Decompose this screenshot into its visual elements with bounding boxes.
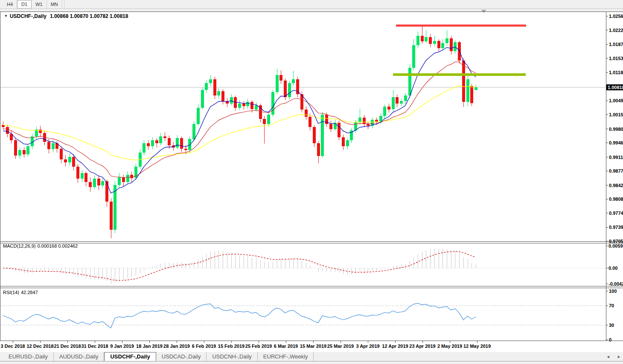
svg-text:23 Apr 2019: 23 Apr 2019	[409, 344, 435, 349]
chart-symbol-label: USDCHF-,Daily	[10, 13, 47, 19]
svg-text:0.98770: 0.98770	[609, 168, 623, 173]
svg-text:30: 30	[609, 323, 614, 328]
svg-text:100: 100	[609, 289, 617, 294]
tab-eurchf-weekly[interactable]: EURCHF-,Weekly	[258, 352, 314, 361]
tab-usdcad-daily[interactable]: USDCAD-,Daily	[156, 352, 207, 361]
svg-text:1.00490: 1.00490	[609, 98, 623, 103]
tab-audusd-daily[interactable]: AUDUSD-,Daily	[54, 352, 105, 361]
svg-text:1.02560: 1.02560	[609, 14, 623, 19]
svg-text:21 Dec 2018: 21 Dec 2018	[54, 344, 81, 349]
timeframe-buttons: H4D1W1MN	[3, 0, 62, 9]
svg-text:1.00150: 1.00150	[609, 112, 623, 117]
macd-values: 0.000168 0.002462	[37, 243, 78, 248]
support-line[interactable]	[393, 73, 526, 76]
svg-text:18 Jan 2019: 18 Jan 2019	[136, 344, 163, 349]
svg-text:0.97740: 0.97740	[609, 211, 623, 216]
tab-scroll-right-icon[interactable]: ►	[617, 355, 621, 359]
macd-indicator-label: MACD(12,26,9)0.000168 0.002462	[3, 243, 79, 248]
chart-ohlc-values: 1.00868 1.00870 1.00782 1.00818	[50, 13, 128, 19]
svg-text:0.98080: 0.98080	[609, 196, 623, 202]
svg-text:1.01180: 1.01180	[609, 70, 623, 75]
tab-eurusd-daily[interactable]: EURUSD-,Daily	[3, 352, 54, 361]
chart-title: ▼USDCHF-,Daily1.00868 1.00870 1.00782 1.…	[4, 13, 128, 19]
rsi-name: RSI(14)	[3, 290, 19, 295]
bottom-strip	[0, 361, 623, 364]
chart-tabs: EURUSD-,DailyAUDUSD-,DailyUSDCHF-,DailyU…	[3, 352, 314, 361]
resistance-line[interactable]	[396, 25, 526, 27]
svg-text:6 Feb 2019: 6 Feb 2019	[192, 344, 216, 349]
timeframe-toolbar: H4D1W1MN	[0, 0, 623, 9]
macd-name: MACD(12,26,9)	[3, 243, 35, 248]
svg-text:0.00597: 0.00597	[608, 243, 623, 248]
svg-text:2 May 2019: 2 May 2019	[437, 344, 462, 349]
svg-text:12 Dec 2018: 12 Dec 2018	[27, 344, 54, 349]
tab-scroll-controls: ◄ ►	[600, 355, 621, 359]
svg-text:1.01530: 1.01530	[609, 56, 623, 61]
svg-text:31 Dec 2018: 31 Dec 2018	[82, 344, 108, 349]
current-price-badge: 1.00818	[606, 84, 623, 90]
toolbar-separator	[64, 0, 65, 9]
svg-text:1.02220: 1.02220	[609, 28, 623, 33]
svg-text:0.98420: 0.98420	[609, 183, 623, 188]
svg-text:0: 0	[609, 337, 611, 342]
chart-tabbar: EURUSD-,DailyAUDUSD-,DailyUSDCHF-,DailyU…	[0, 352, 623, 361]
svg-text:3 Dec 2018: 3 Dec 2018	[1, 344, 25, 349]
svg-text:6 Mar 2019: 6 Mar 2019	[274, 344, 298, 349]
svg-text:0.99110: 0.99110	[609, 155, 623, 160]
tab-usdchf-daily[interactable]: USDCHF-,Daily	[104, 352, 156, 361]
svg-text:25 Mar 2019: 25 Mar 2019	[327, 344, 354, 349]
svg-text:15 Mar 2019: 15 Mar 2019	[300, 344, 326, 349]
chart-canvas[interactable]: 1.025601.022201.018701.015301.011801.004…	[0, 9, 623, 352]
svg-text:25 Feb 2019: 25 Feb 2019	[245, 344, 272, 349]
chart-collapse-icon[interactable]: ▼	[4, 14, 8, 18]
timeframe-button-h4[interactable]: H4	[3, 0, 17, 9]
svg-text:0.97390: 0.97390	[609, 225, 623, 230]
svg-text:-0.004243: -0.004243	[608, 281, 623, 286]
svg-text:1.00818: 1.00818	[608, 85, 623, 90]
svg-text:0.99460: 0.99460	[609, 140, 623, 145]
timeframe-button-mn[interactable]: MN	[47, 0, 62, 9]
svg-text:12 May 2019: 12 May 2019	[463, 344, 491, 349]
trading-app-window: H4D1W1MN 1.025601.022201.018701.015301.0…	[0, 0, 623, 364]
svg-text:0.00: 0.00	[608, 266, 617, 271]
tab-scroll-left-icon[interactable]: ◄	[606, 355, 610, 359]
svg-text:1.01870: 1.01870	[609, 42, 623, 47]
tab-usdcnh-daily[interactable]: USDCNH-,Daily	[207, 352, 257, 361]
svg-text:12 Apr 2019: 12 Apr 2019	[382, 344, 408, 349]
svg-text:70: 70	[609, 303, 614, 308]
svg-text:15 Feb 2019: 15 Feb 2019	[218, 344, 245, 349]
svg-text:3 Apr 2019: 3 Apr 2019	[356, 344, 379, 349]
rsi-value: 42.2847	[21, 290, 38, 295]
timeframe-button-d1[interactable]: D1	[17, 0, 32, 9]
timeframe-button-w1[interactable]: W1	[32, 0, 47, 9]
rsi-indicator-label: RSI(14)42.2847	[3, 290, 40, 295]
svg-text:9 Jan 2019: 9 Jan 2019	[110, 344, 134, 349]
svg-text:0.99800: 0.99800	[609, 127, 623, 132]
svg-text:28 Jan 2019: 28 Jan 2019	[163, 344, 190, 349]
